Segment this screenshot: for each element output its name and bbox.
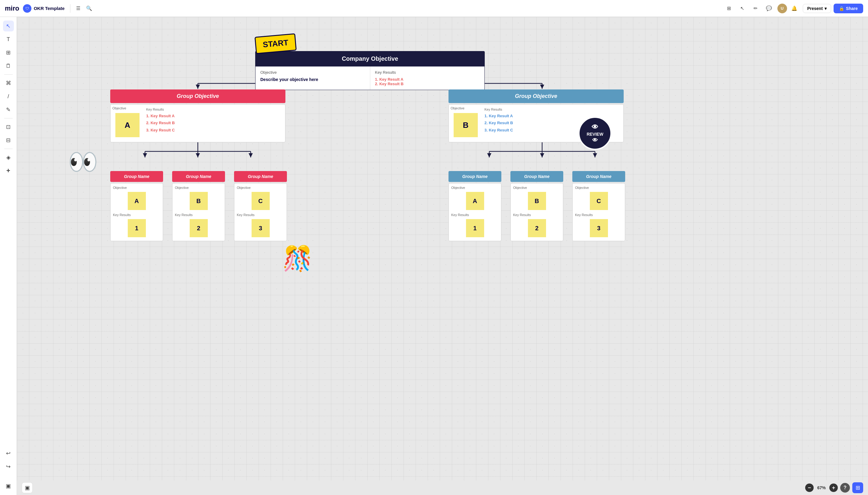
text-tool[interactable]: T xyxy=(3,34,14,45)
marker-icon[interactable]: ✏ xyxy=(751,4,761,13)
red-subgroup-1: Group Name Objective A Key Results 1 xyxy=(110,171,163,241)
red-subgroup-2-title: Group Name xyxy=(172,171,225,182)
sidebar-divider xyxy=(4,74,13,75)
notification-icon[interactable]: 🔔 xyxy=(790,4,799,13)
help-button[interactable]: ? xyxy=(840,483,850,493)
key-results-column: Key Results 1. Key Result A 2. Key Resul… xyxy=(370,67,485,90)
red-subgroup-2: Group Name Objective B Key Results 2 xyxy=(172,171,225,241)
zoom-out-button[interactable]: − xyxy=(805,483,814,492)
company-objective-box: Company Objective Objective Describe you… xyxy=(255,51,485,90)
zoom-controls: − 67% + ? ⊞ xyxy=(805,482,863,493)
table-tool[interactable]: ⊞ xyxy=(3,47,14,58)
red-group-key-results: Key Results 1. Key Result A 2. Key Resul… xyxy=(143,105,285,137)
red-sub1-obj-sticky: A xyxy=(128,192,146,210)
blue-sub1-kr-sticky: 1 xyxy=(466,219,484,237)
start-flag: START xyxy=(254,33,297,54)
topbar: miro 🛡 OKR Template ☰ 🔍 ⊞ ↖ ✏ 💬 U 🔔 Pres… xyxy=(0,0,868,17)
company-objective-title: Company Objective xyxy=(255,51,485,67)
svg-marker-11 xyxy=(143,153,147,157)
svg-marker-19 xyxy=(487,153,491,157)
red-sub3-kr-sticky: 3 xyxy=(252,219,270,237)
topbar-right: ⊞ ↖ ✏ 💬 U 🔔 Present ▾ 🔒 Share xyxy=(724,4,863,13)
blue-sub2-obj-sticky: B xyxy=(528,192,546,210)
key-results-label: Key Results xyxy=(375,70,480,75)
okr-diagram: START Company Objective Objective Descri… xyxy=(110,17,775,440)
red-group-objective-body: Objective A Key Results 1. Key Result A … xyxy=(110,104,285,142)
panel-toggle-tool[interactable]: ▣ xyxy=(3,480,14,491)
red-subgroup-3: Group Name Objective C Key Results 3 xyxy=(234,171,287,241)
palette-tool[interactable]: ◈ xyxy=(3,152,14,163)
panel-toggle-button[interactable]: ▣ xyxy=(22,482,33,493)
present-button[interactable]: Present ▾ xyxy=(803,4,831,13)
red-subgroups-row: Group Name Objective A Key Results 1 Gro… xyxy=(110,171,287,241)
zoom-level-display: 67% xyxy=(816,485,827,490)
blue-sub3-kr-sticky: 3 xyxy=(590,219,608,237)
pencil-tool[interactable]: ✎ xyxy=(3,104,14,115)
blue-subgroups-row: Group Name Objective A Key Results 1 Gro… xyxy=(448,171,625,241)
comment-icon[interactable]: 💬 xyxy=(764,4,774,13)
red-sub1-kr-sticky: 1 xyxy=(128,219,146,237)
blue-obj-label: Objective xyxy=(450,106,481,110)
sidebar-divider-3 xyxy=(4,149,13,149)
search-icon[interactable]: 🔍 xyxy=(84,4,94,13)
company-objective-body: Objective Describe your objective here K… xyxy=(255,67,485,90)
select-tool[interactable]: ↖ xyxy=(3,20,14,31)
shield-icon: 🛡 xyxy=(23,4,31,13)
blue-subgroup-1: Group Name Objective A Key Results 1 xyxy=(448,171,501,241)
review-sticker: 👁 REVIEW 👁 xyxy=(578,117,612,150)
svg-marker-12 xyxy=(196,153,200,157)
pen-tool[interactable]: / xyxy=(3,91,14,102)
apps-button[interactable]: ⊞ xyxy=(852,482,863,493)
cursor-icon[interactable]: ↖ xyxy=(738,4,747,13)
blue-subgroup-3: Group Name Objective C Key Results 3 xyxy=(572,171,625,241)
objective-label: Objective xyxy=(260,70,365,75)
svg-marker-5 xyxy=(540,85,544,89)
svg-marker-20 xyxy=(540,153,544,157)
confetti-sticker: 🎊 xyxy=(282,246,313,271)
menu-icon[interactable]: ☰ xyxy=(73,4,83,13)
canvas: START Company Objective Objective Descri… xyxy=(17,17,868,480)
red-sub3-obj-sticky: C xyxy=(252,192,270,210)
red-obj-label: Objective xyxy=(112,106,143,110)
red-group-sticky: A xyxy=(116,113,140,137)
red-subgroup-1-title: Group Name xyxy=(110,171,163,182)
svg-marker-13 xyxy=(249,153,253,157)
red-sub2-obj-sticky: B xyxy=(190,192,208,210)
key-result-a: 1. Key Result A xyxy=(375,77,480,82)
blue-subgroup-3-title: Group Name xyxy=(572,171,625,182)
bottombar: ▣ − 67% + ? ⊞ xyxy=(17,480,868,495)
board-title: OKR Template xyxy=(34,6,65,11)
blue-sub3-obj-sticky: C xyxy=(590,192,608,210)
blue-group-objective-title: Group Objective xyxy=(448,89,624,103)
blue-sub2-kr-sticky: 2 xyxy=(528,219,546,237)
select-mode-icon[interactable]: ⊞ xyxy=(724,4,734,13)
blue-subgroup-2-title: Group Name xyxy=(510,171,563,182)
redo-tool[interactable]: ↪ xyxy=(3,461,14,472)
note-tool[interactable]: 🗒 xyxy=(3,61,14,71)
svg-marker-4 xyxy=(196,85,200,89)
zoom-in-button[interactable]: + xyxy=(829,483,838,492)
miro-logo: miro xyxy=(5,4,19,12)
frame-tool[interactable]: ⊡ xyxy=(3,121,14,132)
objective-text: Describe your objective here xyxy=(260,77,365,82)
red-subgroup-3-title: Group Name xyxy=(234,171,287,182)
undo-tool[interactable]: ↩ xyxy=(3,448,14,459)
objective-column: Objective Describe your objective here xyxy=(255,67,370,90)
red-group-objective-block: Group Objective Objective A Key Results … xyxy=(110,89,285,142)
red-group-objective-title: Group Objective xyxy=(110,89,285,103)
key-result-b: 2. Key Result B xyxy=(375,82,480,86)
multi-frame-tool[interactable]: ⊟ xyxy=(3,135,14,146)
connect-tool[interactable]: ⌘ xyxy=(3,78,14,88)
blue-group-sticky: B xyxy=(454,113,478,137)
blue-sub1-obj-sticky: A xyxy=(466,192,484,210)
avatar[interactable]: U xyxy=(777,4,787,13)
company-objective-block: START Company Objective Objective Descri… xyxy=(255,35,485,90)
share-button[interactable]: 🔒 Share xyxy=(834,4,863,13)
add-tool[interactable]: + xyxy=(3,165,14,176)
red-sub2-kr-sticky: 2 xyxy=(190,219,208,237)
blue-subgroup-1-title: Group Name xyxy=(448,171,501,182)
blue-subgroup-2: Group Name Objective B Key Results 2 xyxy=(510,171,563,241)
eyes-sticker: 👀 xyxy=(68,150,98,174)
divider xyxy=(70,4,70,13)
sidebar: ↖ T ⊞ 🗒 ⌘ / ✎ ⊡ ⊟ ◈ + ↩ ↪ ▣ xyxy=(0,17,17,495)
